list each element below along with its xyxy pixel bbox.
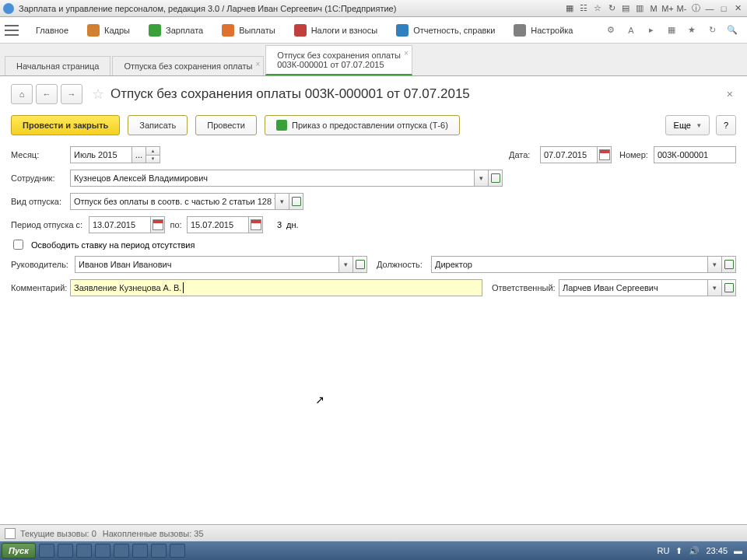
menu-kadry[interactable]: Кадры bbox=[78, 17, 139, 43]
date-input[interactable]: 07.07.2015 bbox=[540, 146, 598, 163]
period-to-calendar-button[interactable] bbox=[249, 216, 263, 233]
sys-icon[interactable]: ☆ bbox=[591, 3, 604, 14]
employee-dropdown-button[interactable]: ▾ bbox=[475, 170, 489, 187]
tray-volume-icon[interactable]: 🔊 bbox=[689, 546, 700, 556]
month-input[interactable]: Июль 2015 bbox=[70, 146, 132, 163]
money-icon bbox=[149, 24, 161, 37]
history-icon[interactable]: ↻ bbox=[704, 23, 720, 38]
menu-nalogi[interactable]: Налоги и взносы bbox=[285, 17, 388, 43]
gear-icon[interactable]: ⚙ bbox=[603, 23, 619, 38]
task-icon[interactable] bbox=[114, 544, 129, 558]
close-button[interactable]: ✕ bbox=[731, 3, 744, 14]
form-workspace: ⌂ ← → ☆ Отпуск без сохранения оплаты 003… bbox=[0, 76, 747, 524]
month-choose-button[interactable]: … bbox=[132, 146, 146, 163]
manager-input[interactable]: Иванов Иван Иванович bbox=[75, 256, 339, 273]
responsible-open-button[interactable] bbox=[722, 279, 736, 296]
task-icon[interactable] bbox=[170, 544, 185, 558]
print-order-button[interactable]: Приказ о предоставлении отпуска (Т-6) bbox=[265, 115, 460, 135]
tab-vacations-list[interactable]: Отпуска без сохранения оплаты× bbox=[112, 56, 264, 75]
period-from-calendar-button[interactable] bbox=[151, 216, 165, 233]
menu-vyplaty[interactable]: Выплаты bbox=[212, 17, 284, 43]
label-month: Месяц: bbox=[11, 150, 70, 159]
post-and-close-button[interactable]: Провести и закрыть bbox=[11, 115, 120, 135]
home-button[interactable]: ⌂ bbox=[11, 84, 33, 104]
sys-m[interactable]: M bbox=[647, 3, 660, 14]
sys-icon[interactable]: ☷ bbox=[577, 3, 590, 14]
tray-icon[interactable]: ▬ bbox=[734, 546, 742, 555]
menu-nastroika[interactable]: Настройка bbox=[504, 17, 582, 43]
label-responsible: Ответственный: bbox=[492, 283, 559, 292]
sys-info-icon[interactable]: ⓘ bbox=[689, 3, 702, 14]
start-button[interactable]: Пуск bbox=[2, 543, 36, 558]
task-icon[interactable] bbox=[58, 544, 73, 558]
close-page-button[interactable]: × bbox=[724, 85, 736, 103]
sys-m-minus[interactable]: M- bbox=[675, 3, 688, 14]
sys-m-plus[interactable]: M+ bbox=[661, 3, 674, 14]
right-arrow-icon[interactable]: ▸ bbox=[644, 23, 659, 38]
star-icon[interactable]: ★ bbox=[684, 23, 700, 38]
status-bar: Текущие вызовы: 0 Накопленные вызовы: 35 bbox=[0, 524, 747, 541]
help-button[interactable]: ? bbox=[716, 115, 736, 135]
minimize-button[interactable]: — bbox=[703, 3, 716, 14]
tab-start-page[interactable]: Начальная страница bbox=[5, 56, 110, 75]
sys-icon[interactable]: ↻ bbox=[605, 3, 618, 14]
label-position: Должность: bbox=[377, 260, 431, 269]
window-titlebar: Зарплата и управление персоналом, редакц… bbox=[0, 0, 747, 17]
menu-zarplata[interactable]: Зарплата bbox=[139, 17, 212, 43]
period-from-input[interactable]: 13.07.2015 bbox=[89, 216, 151, 233]
position-input[interactable]: Директор bbox=[431, 256, 708, 273]
employee-input[interactable]: Кузнецов Алексей Владимирович bbox=[70, 170, 475, 187]
manager-dropdown-button[interactable]: ▾ bbox=[339, 256, 353, 273]
close-icon[interactable]: × bbox=[256, 60, 261, 68]
task-icon[interactable] bbox=[39, 544, 54, 558]
vacation-type-dropdown-button[interactable]: ▾ bbox=[275, 193, 289, 210]
more-button[interactable]: Еще bbox=[665, 115, 710, 135]
favorite-star-icon[interactable]: ☆ bbox=[92, 86, 104, 103]
vacation-type-input[interactable]: Отпуск без оплаты в соотв. с частью 2 ст… bbox=[70, 193, 275, 210]
hamburger-icon[interactable] bbox=[5, 25, 19, 36]
responsible-dropdown-button[interactable]: ▾ bbox=[708, 279, 722, 296]
position-open-button[interactable] bbox=[722, 256, 736, 273]
task-icon[interactable] bbox=[151, 544, 167, 558]
employee-open-button[interactable] bbox=[489, 170, 503, 187]
post-button[interactable]: Провести bbox=[195, 115, 257, 135]
menu-otchet[interactable]: Отчетность, справки bbox=[387, 17, 504, 43]
comment-input[interactable]: Заявление Кузнецова А. В. bbox=[70, 279, 482, 296]
sys-icon[interactable]: ▥ bbox=[633, 3, 646, 14]
manager-open-button[interactable] bbox=[353, 256, 367, 273]
people-icon bbox=[87, 24, 100, 37]
sys-icon[interactable]: ▦ bbox=[563, 3, 576, 14]
tray-clock[interactable]: 23:45 bbox=[706, 546, 728, 555]
status-icon bbox=[5, 528, 16, 539]
label-period-to: по: bbox=[165, 220, 187, 229]
label-employee: Сотрудник: bbox=[11, 173, 70, 183]
menu-main[interactable]: Главное bbox=[26, 17, 78, 43]
month-spinner[interactable]: ▲▼ bbox=[146, 146, 160, 163]
close-icon[interactable]: × bbox=[404, 49, 409, 58]
task-icon[interactable] bbox=[95, 544, 110, 558]
label-free-rate: Освободить ставку на период отсутствия bbox=[31, 240, 195, 250]
lang-indicator[interactable]: RU bbox=[658, 546, 670, 555]
search-icon[interactable]: 🔍 bbox=[724, 23, 740, 38]
vacation-type-open-button[interactable] bbox=[289, 193, 303, 210]
date-calendar-button[interactable] bbox=[598, 146, 612, 163]
tab-vacation-doc[interactable]: Отпуск без сохранения оплаты 003К-000001… bbox=[265, 45, 412, 75]
free-rate-checkbox[interactable] bbox=[13, 240, 23, 250]
pay-icon bbox=[222, 24, 234, 37]
forward-button[interactable]: → bbox=[61, 84, 82, 104]
apps-grid-icon[interactable]: ▦ bbox=[664, 23, 679, 38]
position-dropdown-button[interactable]: ▾ bbox=[708, 256, 722, 273]
write-button[interactable]: Записать bbox=[128, 115, 188, 135]
sys-icon[interactable]: ▤ bbox=[619, 3, 632, 14]
back-button[interactable]: ← bbox=[36, 84, 58, 104]
period-to-input[interactable]: 15.07.2015 bbox=[187, 216, 249, 233]
number-input[interactable]: 003К-000001 bbox=[654, 146, 736, 163]
label-period-from: Период отпуска с: bbox=[11, 220, 89, 229]
maximize-button[interactable]: □ bbox=[717, 3, 730, 14]
responsible-input[interactable]: Ларчев Иван Сергеевич bbox=[559, 279, 708, 296]
task-icon[interactable] bbox=[132, 544, 148, 558]
printer-icon bbox=[276, 120, 287, 131]
tray-icon[interactable]: ⬆ bbox=[675, 546, 682, 556]
task-icon[interactable] bbox=[76, 544, 92, 558]
font-icon[interactable]: A bbox=[623, 23, 639, 38]
